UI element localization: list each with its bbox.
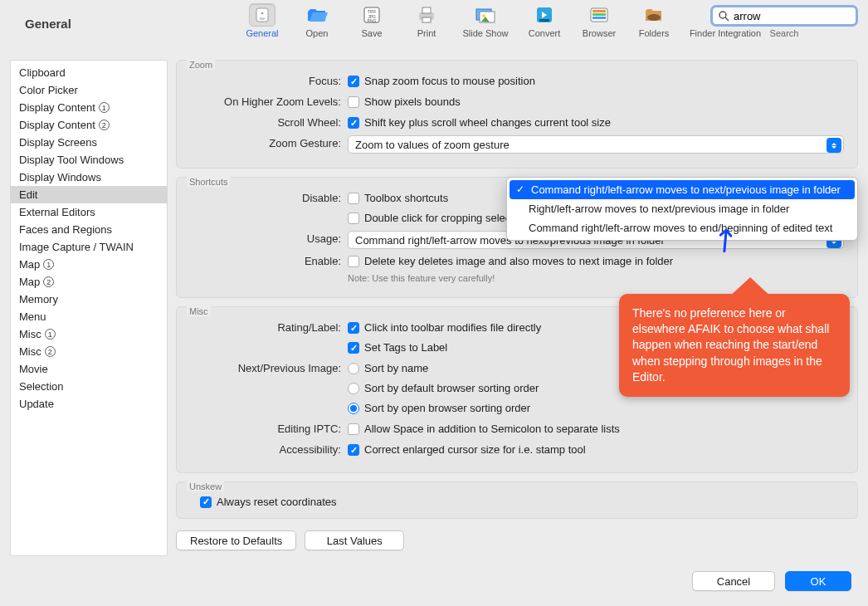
last-values-button[interactable]: Last Values (305, 530, 404, 550)
checkbox-snap-zoom-focus[interactable] (348, 76, 359, 87)
sidebar-item-label: Movie (19, 363, 48, 375)
sidebar-item-map[interactable]: Map2 (11, 273, 167, 291)
text: Shift key plus scroll wheel changes curr… (364, 115, 611, 131)
toolbar-item-browser[interactable]: Browser (578, 3, 621, 38)
toolbar-item-convert[interactable]: Convert (523, 3, 566, 38)
sidebar-item-movie[interactable]: Movie (11, 360, 167, 378)
svg-rect-2 (260, 17, 265, 20)
sidebar-item-label: Map (19, 276, 40, 288)
label-editing-iptc: Editing IPTC: (190, 421, 348, 437)
checkbox-always-reset-coords[interactable] (200, 496, 212, 508)
cancel-button[interactable]: Cancel (692, 571, 775, 591)
section-title-zoom: Zoom (187, 60, 215, 70)
radio-sort-open-browser[interactable] (348, 403, 359, 414)
convert-icon (531, 3, 558, 27)
sidebar-item-menu[interactable]: Menu (11, 308, 167, 325)
checkbox-accessibility-cursor[interactable] (348, 444, 359, 456)
search-input[interactable] (732, 9, 868, 23)
sidebar-item-edit[interactable]: Edit (11, 186, 167, 203)
text: Toolbox shortcuts (364, 190, 448, 207)
sidebar-item-map[interactable]: Map1 (11, 256, 167, 273)
label-scroll-wheel: Scroll Wheel: (190, 115, 348, 131)
badge-icon: 2 (99, 120, 110, 130)
sidebar-item-faces-and-regions[interactable]: Faces and Regions (11, 221, 167, 238)
sidebar-item-label: Selection (19, 380, 63, 393)
save-icon: TIFFJPGPNG (358, 3, 385, 27)
sidebar-item-color-picker[interactable]: Color Picker (11, 81, 167, 99)
text: Correct enlarged cursor size for i.e. st… (364, 442, 586, 458)
label-rating: Rating/Label: (190, 320, 348, 336)
dropdown-option[interactable]: Command right/left-arrow moves to end/be… (507, 218, 857, 237)
svg-rect-14 (539, 19, 549, 22)
text: Allow Space in addition to Semicolon to … (364, 421, 620, 437)
usage-dropdown-menu: Command right/left-arrow moves to next/p… (506, 177, 858, 241)
sidebar-item-clipboard[interactable]: Clipboard (11, 64, 167, 81)
folders-icon (641, 3, 667, 27)
ok-button[interactable]: OK (785, 571, 851, 591)
badge-icon: 2 (45, 346, 56, 357)
sidebar-item-display-content[interactable]: Display Content1 (11, 99, 167, 116)
svg-rect-17 (592, 13, 606, 16)
checkbox-scroll-wheel[interactable] (348, 117, 359, 129)
radio-sort-name[interactable] (348, 363, 359, 374)
text: Snap zoom focus to mouse position (364, 73, 535, 90)
text: Sort by default browser sorting order (364, 380, 539, 397)
sidebar-item-image-capture-twain[interactable]: Image Capture / TWAIN (11, 238, 167, 256)
label-zoom-gesture: Zoom Gesture: (190, 135, 348, 152)
section-zoom: Zoom Focus: Snap zoom focus to mouse pos… (176, 60, 858, 169)
checkbox-rating-toolbar[interactable] (348, 322, 359, 334)
toolbar-item-slideshow[interactable]: Slide Show (460, 3, 511, 38)
text: Double click for cropping selection (364, 210, 528, 227)
checkbox-set-tags-label[interactable] (348, 342, 359, 354)
label-enable: Enable: (190, 253, 348, 270)
toolbar-item-folders[interactable]: Folders (632, 3, 675, 38)
checkbox-doubleclick-crop[interactable] (348, 213, 359, 224)
sidebar-item-label: Menu (19, 310, 46, 323)
sidebar-item-selection[interactable]: Selection (11, 378, 167, 395)
select-zoom-gesture[interactable]: Zoom to values of zoom gesture (348, 135, 844, 154)
checkbox-show-pixel-bounds[interactable] (348, 96, 359, 108)
sidebar-item-label: Display Tool Windows (19, 154, 124, 166)
svg-point-1 (261, 12, 264, 15)
sidebar-item-label: Display Windows (19, 171, 101, 183)
checkbox-iptc-space[interactable] (348, 423, 359, 435)
folder-open-icon (304, 3, 330, 27)
sidebar-item-label: Clipboard (19, 66, 66, 79)
sidebar-item-external-editors[interactable]: External Editors (11, 203, 167, 221)
badge-icon: 1 (45, 329, 56, 340)
sidebar-item-label: Color Picker (19, 84, 78, 96)
toolbar-item-print[interactable]: Print (405, 3, 448, 38)
sidebar-item-misc[interactable]: Misc2 (11, 343, 167, 360)
select-value: Zoom to values of zoom gesture (355, 139, 510, 151)
toolbar-item-save[interactable]: TIFFJPGPNG Save (350, 3, 393, 38)
text: Always reset coordinates (217, 496, 337, 508)
dropdown-option[interactable]: Right/left-arrow moves to next/previous … (507, 199, 857, 218)
sidebar-item-display-tool-windows[interactable]: Display Tool Windows (11, 151, 167, 169)
sidebar-item-label: Misc (19, 328, 41, 340)
sidebar-item-display-content[interactable]: Display Content2 (11, 116, 167, 134)
radio-sort-default[interactable] (348, 383, 359, 394)
sidebar-item-misc[interactable]: Misc1 (11, 325, 167, 343)
sidebar-item-update[interactable]: Update (11, 395, 167, 413)
toolbar: General General Open TIFFJPGPNG Save (0, 0, 868, 51)
slideshow-icon (472, 3, 499, 27)
sidebar-item-label: Map (19, 258, 40, 271)
checkbox-toolbox-shortcuts[interactable] (348, 193, 359, 204)
section-title-misc: Misc (187, 306, 211, 316)
search-icon (718, 10, 729, 22)
checkbox-delete-key[interactable] (348, 256, 359, 267)
print-icon (413, 3, 440, 27)
badge-icon: 1 (99, 102, 110, 113)
toolbar-item-general[interactable]: General (241, 3, 284, 38)
sidebar-item-display-screens[interactable]: Display Screens (11, 134, 167, 151)
label-higher-zoom: On Higher Zoom Levels: (190, 94, 348, 110)
toolbar-item-open[interactable]: Open (295, 3, 339, 38)
sidebar-item-display-windows[interactable]: Display Windows (11, 169, 167, 186)
restore-defaults-button[interactable]: Restore to Defaults (176, 530, 296, 550)
sidebar-item-label: Memory (19, 293, 58, 305)
sidebar-item-memory[interactable]: Memory (11, 291, 167, 308)
sidebar-item-label: Display Content (19, 101, 95, 114)
text: Sort by open browser sorting order (364, 400, 530, 417)
dropdown-option[interactable]: Command right/left-arrow moves to next/p… (510, 180, 855, 199)
search-field[interactable]: ✕ (710, 5, 858, 27)
